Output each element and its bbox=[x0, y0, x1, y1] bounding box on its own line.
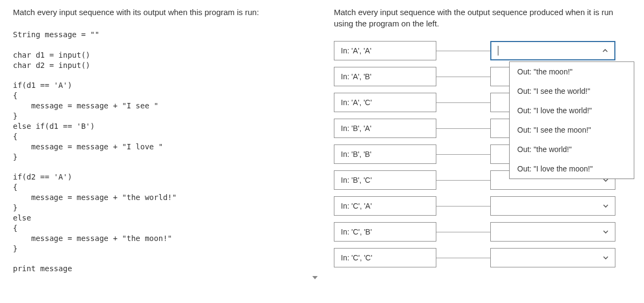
left-instruction: Match every input sequence with its outp… bbox=[13, 6, 308, 18]
match-row: In: 'C', 'B' bbox=[334, 222, 634, 242]
input-sequence-box: In: 'B', 'C' bbox=[334, 170, 436, 190]
match-row: In: 'C', 'C' bbox=[334, 248, 634, 267]
output-select-value bbox=[498, 46, 498, 56]
connector-line bbox=[436, 154, 490, 155]
input-sequence-box: In: 'B', 'A' bbox=[334, 119, 436, 138]
connector-line bbox=[436, 51, 490, 51]
match-row: In: 'A', 'A' bbox=[334, 41, 634, 60]
connector-line bbox=[436, 206, 490, 206]
dropdown-option[interactable]: Out: "the moon!" bbox=[510, 62, 634, 81]
match-row: In: 'C', 'A' bbox=[334, 196, 634, 216]
chevron-up-icon bbox=[601, 47, 609, 54]
dropdown-option[interactable]: Out: "the world!" bbox=[510, 140, 634, 159]
connector-line bbox=[436, 128, 490, 129]
dropdown-option[interactable]: Out: "I see the moon!" bbox=[510, 120, 634, 140]
output-select[interactable] bbox=[490, 222, 615, 242]
input-sequence-box: In: 'A', 'B' bbox=[334, 67, 436, 86]
output-select[interactable] bbox=[490, 196, 615, 216]
chevron-down-icon bbox=[602, 254, 609, 261]
connector-line bbox=[436, 258, 490, 258]
connector-line bbox=[436, 180, 490, 181]
output-dropdown: Out: "the moon!"Out: "I see the world!"O… bbox=[509, 61, 634, 179]
connector-line bbox=[436, 232, 490, 232]
input-sequence-box: In: 'A', 'A' bbox=[334, 41, 436, 60]
input-sequence-box: In: 'B', 'B' bbox=[334, 144, 436, 164]
dropdown-option[interactable]: Out: "I love the moon!" bbox=[510, 159, 634, 178]
dropdown-option[interactable]: Out: "I see the world!" bbox=[510, 81, 634, 101]
input-sequence-box: In: 'A', 'C' bbox=[334, 93, 436, 112]
chevron-down-icon bbox=[602, 202, 609, 210]
input-sequence-box: In: 'C', 'C' bbox=[334, 248, 436, 267]
connector-line bbox=[436, 77, 490, 77]
svg-marker-0 bbox=[312, 276, 318, 279]
right-panel: Match every input sequence with the outp… bbox=[321, 0, 644, 303]
scroll-down-indicator bbox=[312, 275, 318, 281]
dropdown-option[interactable]: Out: "I love the world!" bbox=[510, 101, 634, 120]
output-select[interactable] bbox=[490, 41, 615, 60]
output-select[interactable] bbox=[490, 248, 615, 267]
left-panel: Match every input sequence with its outp… bbox=[0, 0, 321, 303]
input-sequence-box: In: 'C', 'A' bbox=[334, 196, 436, 216]
input-sequence-box: In: 'C', 'B' bbox=[334, 222, 436, 242]
connector-line bbox=[436, 102, 490, 103]
code-block: String message = "" char d1 = input() ch… bbox=[13, 30, 308, 274]
right-instruction: Match every input sequence with the outp… bbox=[334, 6, 634, 29]
chevron-down-icon bbox=[602, 228, 609, 236]
